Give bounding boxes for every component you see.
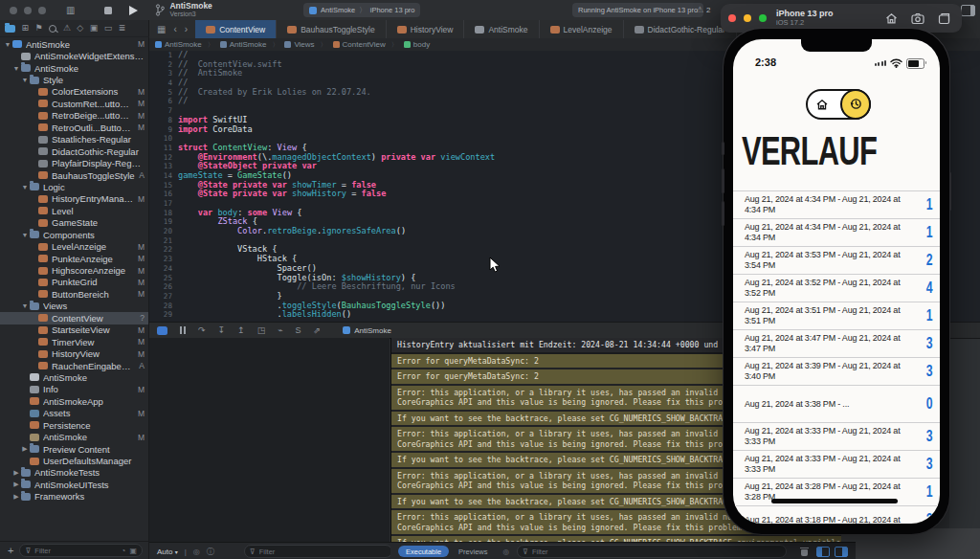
history-row[interactable]: Aug 21, 2024 at 3:51 PM - Aug 21, 2024 a… xyxy=(733,302,940,330)
tree-row[interactable]: ▼Views xyxy=(0,301,148,312)
project-navigator-icon[interactable] xyxy=(5,25,15,33)
step-into-icon[interactable]: ↧ xyxy=(218,326,226,335)
editor-tab[interactable]: AntiSmoke xyxy=(464,20,539,38)
console-scope-executable[interactable]: Executable xyxy=(398,546,449,557)
history-row[interactable]: Aug 21, 2024 at 3:47 PM - Aug 21, 2024 a… xyxy=(733,330,940,358)
back-button[interactable]: ‹ xyxy=(173,24,176,34)
window-controls[interactable] xyxy=(10,7,53,14)
console-scope-previews[interactable]: Previews xyxy=(451,546,495,557)
tree-row[interactable]: ▼AntiSmokeM xyxy=(0,38,148,50)
scm-filter-icon[interactable]: ▣ xyxy=(129,547,137,555)
issue-badge[interactable]: ⚠ 2 xyxy=(696,5,711,14)
breadcrumb-item[interactable]: ContentView xyxy=(333,40,386,49)
editor-tab[interactable]: ContentView xyxy=(195,20,277,38)
disclosure-closed-icon[interactable]: ▶ xyxy=(12,481,20,488)
sim-close-button[interactable] xyxy=(728,14,736,22)
navigator-toggle-icon[interactable]: ▥ xyxy=(66,6,75,15)
screen-toggle[interactable] xyxy=(806,89,871,120)
info-icon[interactable]: ⓘ xyxy=(207,547,214,557)
screenshot-icon[interactable] xyxy=(911,12,924,25)
tree-row[interactable]: ▶AntiSmokeTests xyxy=(0,467,148,479)
zoom-window-button[interactable] xyxy=(38,7,46,14)
close-window-button[interactable] xyxy=(10,7,17,14)
memory-graph-icon[interactable]: S xyxy=(296,326,301,335)
console-filter-field[interactable]: ⊽ xyxy=(517,545,787,558)
disclosure-open-icon[interactable]: ▼ xyxy=(21,184,29,190)
tree-row[interactable]: Level xyxy=(0,205,148,216)
editor-tab[interactable]: LevelAnzeige xyxy=(540,20,624,38)
tree-row[interactable]: Persistence xyxy=(0,419,148,431)
tree-row[interactable]: AntiSmokeM xyxy=(0,431,148,442)
tree-row[interactable]: ▶AntiSmokeUITests xyxy=(0,479,148,490)
tests-icon[interactable]: ◇ xyxy=(77,24,83,33)
run-button[interactable] xyxy=(129,6,138,15)
breadcrumb-item[interactable]: AntiSmoke xyxy=(220,40,267,49)
tree-row[interactable]: PunkteAnzeigeM xyxy=(0,253,148,264)
tree-row[interactable]: PlayfairDisplay-Regular xyxy=(0,157,148,168)
home-icon[interactable] xyxy=(815,99,829,111)
disclosure-open-icon[interactable]: ▼ xyxy=(12,65,20,72)
tree-row[interactable]: RetroBeige...uttonStyleM xyxy=(0,110,148,122)
disclosure-closed-icon[interactable]: ▶ xyxy=(12,469,20,477)
step-out-icon[interactable]: ↥ xyxy=(237,326,245,335)
disclosure-open-icon[interactable]: ▼ xyxy=(4,41,11,48)
issues-icon[interactable]: ⚠ xyxy=(63,24,71,33)
tree-row[interactable]: PunkteGridM xyxy=(0,277,148,288)
sim-minimize-button[interactable] xyxy=(744,14,751,22)
breadcrumb-item[interactable]: body xyxy=(404,40,430,49)
stop-button[interactable] xyxy=(104,7,112,14)
history-row[interactable]: Aug 21, 2024 at 3:52 PM - Aug 21, 2024 a… xyxy=(733,275,940,302)
save-screen-icon[interactable] xyxy=(938,12,950,25)
tree-row[interactable]: HighscoreAnzeigeM xyxy=(0,264,148,276)
variables-scope-selector[interactable]: Auto ▾ xyxy=(157,548,178,556)
tree-row[interactable]: CustomRet...uttonStyleM xyxy=(0,98,148,109)
history-row[interactable]: Aug 21, 2024 at 4:34 PM - Aug 21, 2024 a… xyxy=(733,219,940,247)
tree-row[interactable]: ▶Frameworks xyxy=(0,491,148,503)
view-debugger-icon[interactable]: ◳ xyxy=(257,326,266,335)
scheme-selector[interactable]: AntiSmoke 〉 iPhone 13 pro xyxy=(303,3,420,17)
sim-zoom-button[interactable] xyxy=(759,14,767,22)
bookmarks-icon[interactable]: ⚑ xyxy=(35,24,43,33)
process-chip[interactable]: AntiSmoke xyxy=(343,326,391,335)
tree-row[interactable]: ▶Preview Content xyxy=(0,443,148,455)
disclosure-open-icon[interactable]: ▼ xyxy=(21,232,29,238)
history-list[interactable]: Aug 21, 2024 at 4:34 PM - Aug 21, 2024 a… xyxy=(733,190,940,524)
history-row[interactable]: Aug 21, 2024 at 4:34 PM - Aug 21, 2024 a… xyxy=(733,190,940,219)
source-control-icon[interactable]: ⊞ xyxy=(22,24,30,33)
tree-row[interactable]: UserDefaultsManager xyxy=(0,455,148,466)
tree-row[interactable]: Staatliches-Regular xyxy=(0,134,148,145)
show-variables-view-icon[interactable] xyxy=(816,547,830,557)
editor-tab[interactable]: HistoryView xyxy=(387,20,465,38)
disclosure-open-icon[interactable]: ▼ xyxy=(21,77,29,83)
breadcrumb-item[interactable]: Views xyxy=(284,40,314,49)
breakpoints-icon[interactable]: ▭ xyxy=(104,24,113,33)
variables-view[interactable] xyxy=(149,338,390,542)
console-filter-input[interactable] xyxy=(532,548,781,556)
tree-row[interactable]: DidactGothic-Regular xyxy=(0,145,148,157)
tree-row[interactable]: AntiSmokeWidgetExtension xyxy=(0,50,148,61)
tree-row[interactable]: ▼AntiSmoke xyxy=(0,62,148,74)
tree-row[interactable]: ▼Logic xyxy=(0,181,148,192)
toggle-knob[interactable] xyxy=(840,89,871,120)
step-over-icon[interactable]: ↷ xyxy=(198,326,206,335)
disclosure-closed-icon[interactable]: ▶ xyxy=(12,493,20,501)
tree-row[interactable]: ColorExtensionsM xyxy=(0,86,148,98)
simulate-location-icon[interactable]: ⇗ xyxy=(314,326,322,335)
tree-row[interactable]: ButtonBereichM xyxy=(0,288,148,300)
show-console-view-icon[interactable] xyxy=(835,547,848,557)
tree-row[interactable]: TimerViewM xyxy=(0,336,148,347)
tree-row[interactable]: RauchenEingabeViewA xyxy=(0,360,148,371)
tree-row[interactable]: StartseiteViewM xyxy=(0,324,148,336)
tree-row[interactable]: LevelAnzeigeM xyxy=(0,240,148,252)
related-items-icon[interactable]: ▦ xyxy=(157,24,166,34)
tree-row[interactable]: ▼Components xyxy=(0,229,148,240)
debug-hierarchy-icon[interactable]: ⌁ xyxy=(278,326,282,335)
pause-button[interactable] xyxy=(180,326,186,334)
inspector-toggle-icon[interactable] xyxy=(961,5,975,16)
history-row[interactable]: Aug 21, 2024 at 3:18 PM - Aug 21, 2024 a… xyxy=(733,506,940,524)
forward-button[interactable]: › xyxy=(185,24,188,34)
tree-row[interactable]: BauhausToggleStyleA xyxy=(0,169,148,181)
tree-row[interactable]: HistoryEntryManagerM xyxy=(0,193,148,205)
tree-row[interactable]: RetroOutli...ButtonStyleM xyxy=(0,122,148,133)
disclosure-closed-icon[interactable]: ▶ xyxy=(21,445,29,453)
